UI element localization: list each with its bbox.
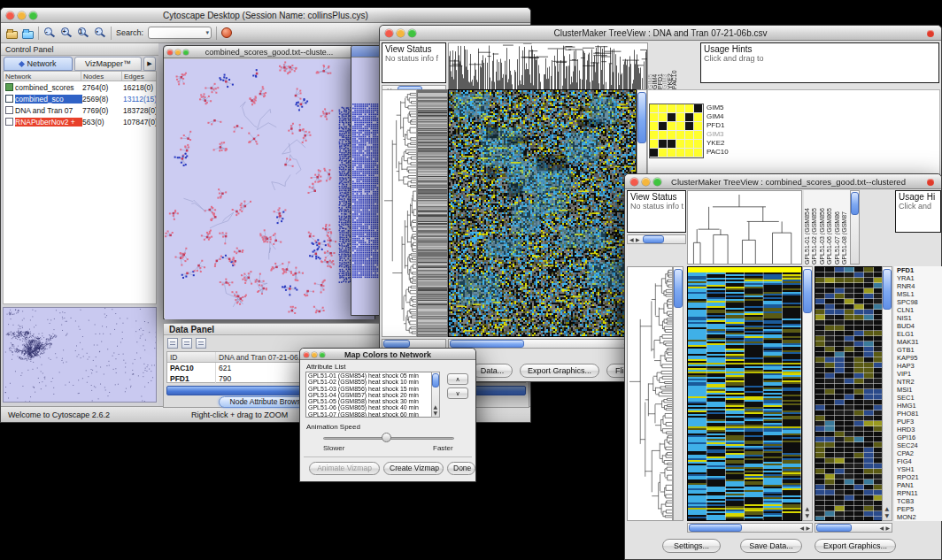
network-view-title-bar[interactable]: combined_scores_good.txt--cluste... [164,46,374,58]
tv2-gene-label[interactable]: KAP95 [897,354,917,362]
secondary-network-window[interactable] [351,45,380,316]
tv1-close-button[interactable] [385,29,393,37]
secondary-network-canvas[interactable] [352,58,380,315]
tv2-settings-button[interactable]: Settings... [662,539,721,553]
close-button[interactable] [6,12,14,19]
tv2-gene-label[interactable]: YRA1 [897,274,915,282]
tv1-horizontal-scrollbar[interactable]: ◀▶ [448,339,637,349]
tv2-gene-label[interactable]: MON2 [897,513,916,521]
tv1-matrix-label[interactable]: GIM4 [706,112,724,120]
move-down-button[interactable]: ∨ [447,387,468,399]
tv2-gene-label[interactable]: RPN11 [897,489,918,497]
column-network[interactable]: Network [4,72,81,81]
tv2-column-label[interactable]: GPL51-07 (GSM86 [834,190,840,265]
tv2-gene-label[interactable]: MSI1 [897,386,913,394]
tv1-matrix-label[interactable]: YKE2 [706,139,724,147]
network-row[interactable]: RNAPuberNov2 + 563(0) 107847(0) [4,116,156,127]
tv2-gene-label[interactable]: PUF3 [897,418,914,426]
tv1-column-dendrogram-canvas[interactable] [448,42,648,90]
tv2-column-dendrogram-canvas[interactable] [687,190,802,265]
tv1-horizontal-scrollbar-thumb[interactable] [450,340,524,348]
tv2-horizontal-scrollbar-thumb[interactable] [689,524,742,532]
tv2-gene-label[interactable]: NIS1 [897,314,912,322]
tv2-gene-label[interactable]: PEP5 [897,505,914,513]
minimize-button[interactable] [18,12,26,19]
tv2-gene-label[interactable]: GPI16 [897,433,915,441]
tv2-title-bar[interactable]: ClusterMaker TreeView : combined_scores_… [625,174,941,189]
attribute-list-item[interactable]: GPL51-05 (GSM858) heat shock 30 min [306,398,439,404]
network-overview-thumbnail[interactable] [4,308,156,402]
tv2-horizontal-scrollbar[interactable]: ◀▶ [687,523,813,533]
tv2-gene-label[interactable]: HRD3 [897,426,915,433]
tv2-column-label[interactable]: GPL51-01 (GSM854 [804,190,810,265]
network-row[interactable]: DNA and Tran 07 7769(0) 183728(0) [4,104,156,116]
tv2-side-horizontal-scrollbar-thumb[interactable] [816,524,852,532]
attribute-list-item[interactable]: GPL51-01 (GSM854) heat shock 05 min [306,372,439,379]
move-up-button[interactable]: ∧ [447,373,468,385]
tv2-gene-label[interactable]: PAN1 [897,481,914,489]
plugin-icon[interactable] [221,27,232,38]
tv2-gene-label[interactable]: ELG1 [897,330,914,338]
tv1-column-label[interactable]: PAC10 [671,42,677,89]
attribute-matrix-icon[interactable] [196,338,206,349]
tv2-gene-label[interactable]: SPC98 [897,298,918,306]
tv2-save-data-button[interactable]: Save Data... [740,539,802,553]
tv1-matrix-label[interactable]: GIM3 [706,130,724,138]
tv2-dendro-scrollbar[interactable] [673,266,683,521]
tv2-gene-label[interactable]: CPA2 [897,449,914,457]
dialog-title-bar[interactable]: Map Colors to Network [300,349,475,360]
attribute-list-item[interactable]: GPL51-06 (GSM865) heat shock 40 min [306,404,439,410]
create-attribute-icon[interactable] [181,338,192,349]
tv2-side-horizontal-scrollbar[interactable]: ◀▶ [815,523,892,533]
zoom-in-icon[interactable]: + [60,27,73,39]
secondary-network-title-bar[interactable] [351,46,379,58]
tv2-side-vertical-scrollbar[interactable]: ▲▼ [882,266,892,521]
attribute-list-item[interactable]: GPL51-02 (GSM855) heat shock 10 min [306,379,439,385]
dialog-zoom-button[interactable] [320,352,325,357]
tv2-gene-label[interactable]: FIG4 [897,457,912,465]
save-session-icon[interactable] [22,31,34,39]
tv2-vertical-scrollbar-thumb[interactable] [803,269,812,313]
tv2-gene-label[interactable]: YSH1 [897,465,915,473]
tv2-row-dendrogram-canvas[interactable] [627,266,673,521]
network-view-close-button[interactable] [167,50,173,55]
tv2-gene-label[interactable]: MSL1 [897,290,915,298]
tab-network[interactable]: Network [4,57,73,71]
tv2-gene-label[interactable]: SEC1 [897,394,915,402]
tv2-left-top-scrollbar[interactable]: ◀▶ [627,234,686,244]
open-session-icon[interactable] [6,31,18,39]
zoom-fit-icon[interactable]: ▪ [94,27,106,39]
done-button[interactable]: Done [447,462,475,475]
tv2-heatmap-canvas[interactable] [687,266,802,521]
dialog-close-button[interactable] [304,352,309,357]
network-row[interactable]: combined_sco 2569(8) 13112(15) [4,93,156,104]
tv1-similarity-matrix-canvas[interactable] [649,104,704,158]
tv1-matrix-label[interactable]: PAC10 [706,148,729,156]
tv2-gene-label[interactable]: CLN1 [897,306,914,314]
network-view-minimize-button[interactable] [175,50,181,55]
tv2-gene-label[interactable]: PFD1 [897,266,914,274]
column-nodes[interactable]: Nodes [81,72,122,81]
tv2-gene-label[interactable]: SEC24 [897,441,918,449]
tv2-side-vertical-scrollbar-thumb[interactable] [883,269,892,310]
tv2-gene-label[interactable]: RNR4 [897,282,915,290]
attribute-list-scrollbar[interactable]: ▲▼ [431,372,440,418]
tv2-gene-label[interactable]: HAP3 [897,362,915,370]
tv2-minimize-button[interactable] [642,178,650,186]
tv1-data-button[interactable]: Data... [472,364,513,378]
tv2-label-scrollbar[interactable] [850,190,860,265]
tv1-vertical-scrollbar-thumb[interactable] [637,92,646,143]
animation-slider-thumb[interactable] [382,433,391,442]
network-graph-canvas[interactable] [165,59,374,319]
select-attributes-icon[interactable] [167,338,178,349]
search-input[interactable]: ▾ [148,27,212,39]
tv1-title-bar[interactable]: ClusterMaker TreeView : DNA and Tran 07-… [380,26,941,41]
tv2-column-label[interactable]: GPL51-06 (GSM865 [826,190,832,265]
tv2-close-button[interactable] [630,178,638,186]
attribute-list-item[interactable]: GPL51-04 (GSM857) heat shock 20 min [306,392,439,398]
tv2-gene-label[interactable]: MAK31 [897,338,919,346]
tv2-left-top-scrollbar-thumb[interactable] [643,235,664,243]
attribute-list-item[interactable]: GPL51-07 (GSM868) heat shock 60 min [306,411,439,418]
network-view-zoom-button[interactable] [183,50,189,55]
tv1-minimize-button[interactable] [397,29,405,37]
